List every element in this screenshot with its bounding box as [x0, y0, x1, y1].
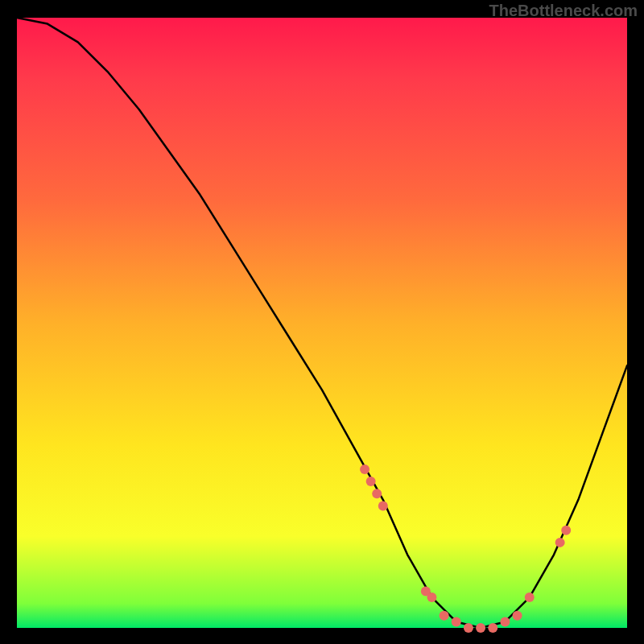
highlight-dot [427, 592, 436, 602]
highlight-dot [378, 501, 388, 510]
highlight-dot [360, 464, 369, 474]
highlight-dot [500, 617, 510, 626]
chart-container: TheBottleneck.com [0, 0, 644, 644]
highlight-dot [525, 592, 535, 602]
highlight-dot [366, 477, 376, 486]
curve-layer [17, 18, 627, 628]
highlight-dot [372, 489, 382, 498]
highlight-dot [555, 538, 565, 547]
watermark-text: TheBottleneck.com [489, 2, 638, 20]
highlight-dot [464, 623, 473, 633]
highlight-dot [488, 623, 497, 633]
highlight-dots [360, 464, 571, 633]
highlight-dot [476, 623, 485, 633]
highlight-dot [561, 526, 571, 535]
highlight-dot [440, 611, 449, 621]
plot-area [17, 18, 627, 628]
highlight-dot [452, 617, 461, 626]
highlight-dot [513, 611, 522, 621]
bottleneck-curve [17, 18, 627, 628]
